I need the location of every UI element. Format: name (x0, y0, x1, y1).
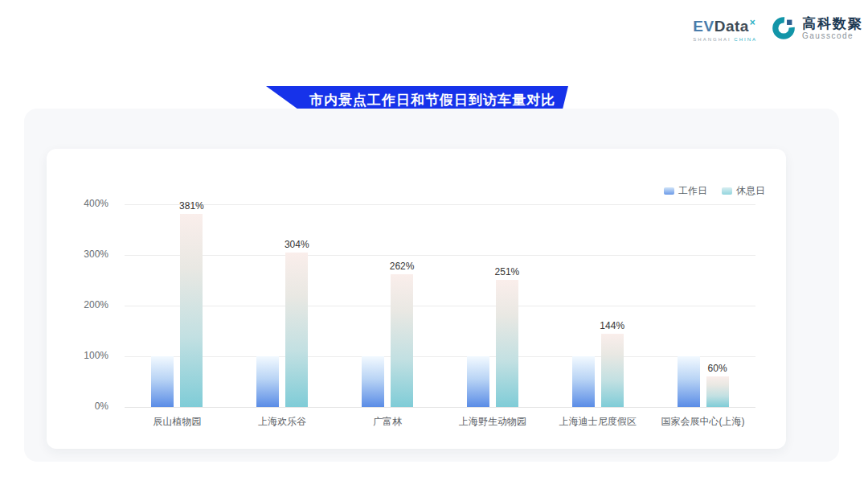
bar-wrap (151, 204, 174, 407)
bar-restday[interactable] (391, 274, 413, 407)
bar-restday[interactable] (706, 376, 729, 407)
bar-wrap (467, 204, 489, 407)
category-label: 上海野生动物园 (440, 415, 545, 429)
evdata-logo: EVData× SHANGHAI CHINA (693, 14, 757, 41)
category-label: 辰山植物园 (125, 415, 230, 429)
category-slot: 251% (440, 204, 545, 407)
bar-workday[interactable] (678, 356, 700, 407)
bar-wrap (256, 204, 279, 407)
bar-value-label: 144% (600, 320, 624, 331)
bar-wrap (362, 204, 384, 407)
bar-value-label: 262% (390, 261, 415, 272)
category-label: 上海迪士尼度假区 (545, 415, 650, 429)
category-slot: 60% (650, 204, 755, 407)
bar-value-label: 251% (495, 266, 520, 277)
bar-wrap (678, 204, 700, 407)
gausscode-g-icon (770, 14, 797, 42)
x-axis: 辰山植物园上海欢乐谷广富林上海野生动物园上海迪士尼度假区国家会展中心(上海) (125, 415, 755, 429)
chart-card: 工作日休息日 0%100%200%300%400% 381%304%262%25… (47, 149, 786, 449)
category-label: 上海欢乐谷 (230, 415, 335, 429)
bar-wrap: 251% (496, 204, 518, 407)
bar-wrap: 381% (180, 204, 203, 407)
category-label: 广富林 (335, 415, 440, 429)
bar-value-label: 60% (708, 363, 727, 374)
y-tick-label: 0% (95, 401, 108, 412)
bar-chart: 工作日休息日 0%100%200%300%400% 381%304%262%25… (47, 149, 786, 449)
category-slot: 262% (335, 204, 440, 407)
chart-panel: 工作日休息日 0%100%200%300%400% 381%304%262%25… (24, 109, 839, 462)
evdata-subtext-shanghai: SHANGHAI (693, 37, 731, 42)
bar-wrap: 60% (706, 204, 729, 407)
gausscode-text: 高科数聚 Gausscode (802, 16, 863, 41)
evdata-wordmark: EVData× (693, 14, 755, 35)
bar-restday[interactable] (180, 214, 203, 407)
page: EVData× SHANGHAI CHINA 高科数聚 Gausscode 市内… (0, 0, 868, 489)
bar-wrap: 144% (601, 204, 624, 407)
evdata-subtext-china: CHINA (734, 37, 757, 42)
bar-workday[interactable] (362, 356, 384, 407)
category-slot: 304% (230, 204, 335, 407)
bar-workday[interactable] (572, 356, 595, 407)
bar-wrap: 262% (391, 204, 413, 407)
header-logos: EVData× SHANGHAI CHINA 高科数聚 Gausscode (693, 14, 863, 42)
y-tick-label: 100% (84, 350, 108, 361)
y-tick-label: 200% (84, 299, 108, 310)
y-axis: 0%100%200%300%400% (47, 149, 117, 449)
category-slot: 144% (545, 204, 650, 407)
bar-restday[interactable] (601, 334, 624, 407)
bar-value-label: 381% (179, 200, 204, 212)
evdata-ev: EV (693, 18, 714, 35)
gridline (125, 407, 755, 408)
bar-wrap (572, 204, 595, 407)
evdata-subtext: SHANGHAI CHINA (693, 37, 757, 42)
bar-value-label: 304% (285, 239, 309, 250)
page-title: 市内景点工作日和节假日到访车量对比 (309, 91, 555, 109)
category-slot: 381% (125, 204, 230, 407)
bar-workday[interactable] (467, 356, 489, 407)
bar-wrap: 304% (285, 204, 308, 407)
bar-workday[interactable] (256, 356, 279, 407)
gausscode-name-cn: 高科数聚 (802, 16, 863, 31)
y-tick-label: 300% (84, 249, 108, 260)
evdata-data: Data (714, 18, 749, 35)
bar-restday[interactable] (496, 280, 518, 407)
gausscode-name-en: Gausscode (802, 31, 863, 41)
bar-restday[interactable] (285, 253, 308, 407)
bar-workday[interactable] (151, 356, 174, 407)
gausscode-logo: 高科数聚 Gausscode (770, 14, 863, 42)
y-tick-label: 400% (84, 198, 108, 209)
evdata-x-icon: × (750, 17, 756, 28)
category-label: 国家会展中心(上海) (650, 415, 755, 429)
plot-bars: 381%304%262%251%144%60% (125, 204, 755, 407)
